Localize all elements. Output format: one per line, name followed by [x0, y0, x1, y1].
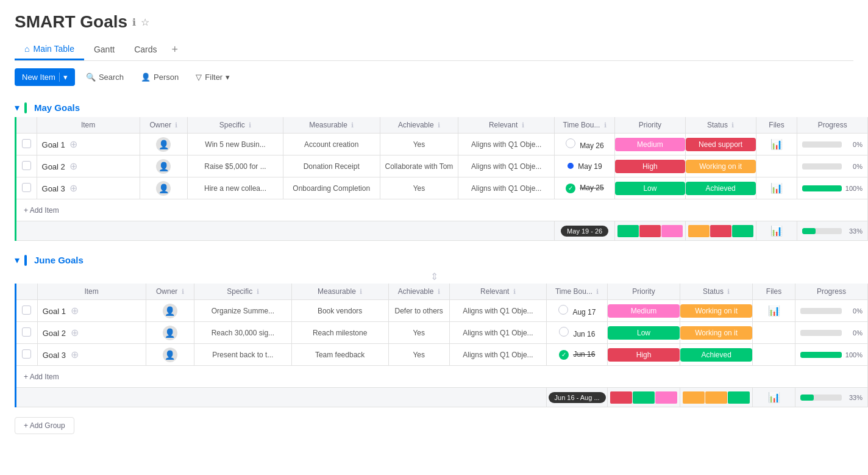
june-row3-specific[interactable]: Present back to t...	[194, 344, 291, 366]
may-row1-add-owner[interactable]: ⊕	[69, 138, 77, 150]
june-row2-measurable[interactable]: Reach milestone	[291, 322, 388, 344]
june-group-toggle[interactable]: ▾	[15, 254, 20, 266]
june-row1-priority[interactable]: Medium	[607, 300, 680, 322]
may-row3-priority[interactable]: Low	[615, 177, 685, 199]
june-add-item-cell[interactable]: + Add Item	[16, 366, 868, 388]
may-row3-files[interactable]: 📊	[756, 177, 797, 199]
may-group-title[interactable]: May Goals	[34, 102, 80, 113]
may-row2-add-owner[interactable]: ⊕	[69, 160, 77, 172]
resize-handle[interactable]: ⇕	[430, 271, 438, 282]
june-row2-owner[interactable]: 👤	[146, 322, 194, 344]
june-row1-status[interactable]: Working on it	[680, 300, 753, 322]
june-row3-status[interactable]: Achieved	[680, 344, 753, 366]
june-measurable-info-icon[interactable]: ℹ	[360, 288, 362, 295]
may-row1-priority[interactable]: Medium	[615, 134, 685, 155]
june-row2-files[interactable]	[753, 322, 795, 344]
tab-gantt[interactable]: Gantt	[84, 40, 124, 60]
june-row3-measurable[interactable]: Team feedback	[291, 344, 388, 366]
may-row3-achievable[interactable]: Yes	[380, 177, 458, 199]
june-status-info-icon[interactable]: ℹ	[727, 288, 730, 295]
measurable-info-icon[interactable]: ℹ	[351, 121, 354, 129]
may-row2-timebound[interactable]: May 19	[555, 155, 615, 177]
june-row2-priority[interactable]: Low	[607, 322, 680, 344]
june-row1-owner[interactable]: 👤	[146, 300, 194, 322]
may-row1-relevant[interactable]: Aligns with Q1 Obje...	[458, 134, 555, 155]
relevant-info-icon[interactable]: ℹ	[522, 121, 524, 129]
june-timebound-info-icon[interactable]: ℹ	[596, 288, 599, 295]
june-row1-item[interactable]: Goal 1 ⊕	[37, 300, 146, 322]
may-row3-relevant[interactable]: Aligns with Q1 Obje...	[458, 177, 555, 199]
june-row2-add-owner[interactable]: ⊕	[71, 327, 79, 338]
may-row1-files[interactable]: 📊	[756, 134, 797, 155]
june-row3-achievable[interactable]: Yes	[388, 344, 449, 366]
info-icon[interactable]: ℹ	[132, 16, 136, 28]
add-group-button[interactable]: + Add Group	[15, 417, 74, 434]
may-add-item-row[interactable]: + Add Item	[16, 199, 868, 221]
may-row1-owner[interactable]: 👤	[140, 134, 188, 155]
search-button[interactable]: 🔍 Search	[80, 69, 130, 85]
filter-button[interactable]: ▽ Filter ▾	[190, 69, 236, 85]
june-row1-files[interactable]: 📊	[753, 300, 795, 322]
june-add-item-row[interactable]: + Add Item	[16, 366, 868, 388]
new-item-button[interactable]: New Item ▾	[15, 68, 75, 86]
june-row1-relevant[interactable]: Aligns with Q1 Obje...	[449, 300, 547, 322]
may-row2-item[interactable]: Goal 2 ⊕	[37, 155, 140, 177]
june-row3-timebound[interactable]: ✓ Jun 16	[547, 344, 608, 366]
may-group-toggle[interactable]: ▾	[15, 102, 20, 113]
may-row1-measurable[interactable]: Account creation	[283, 134, 380, 155]
june-row1-checkbox[interactable]	[16, 300, 38, 322]
june-row2-achievable[interactable]: Yes	[388, 322, 449, 344]
may-row1-timebound[interactable]: May 26	[555, 134, 615, 155]
may-row2-owner[interactable]: 👤	[140, 155, 188, 177]
june-row2-timebound[interactable]: Jun 16	[547, 322, 608, 344]
add-tab-button[interactable]: +	[167, 41, 183, 59]
may-row2-status[interactable]: Working on it	[685, 155, 756, 177]
june-achievable-info-icon[interactable]: ℹ	[438, 288, 440, 295]
june-owner-info-icon[interactable]: ℹ	[182, 288, 184, 295]
june-row1-add-owner[interactable]: ⊕	[71, 305, 79, 316]
may-row3-timebound[interactable]: ✓ May 25	[555, 177, 615, 199]
may-row1-item[interactable]: Goal 1 ⊕	[37, 134, 140, 155]
person-button[interactable]: 👤 Person	[135, 69, 185, 85]
june-row2-item[interactable]: Goal 2 ⊕	[37, 322, 146, 344]
june-row3-checkbox[interactable]	[16, 344, 38, 366]
tab-main-table[interactable]: ⌂ Main Table	[15, 39, 84, 60]
june-row3-priority[interactable]: High	[607, 344, 680, 366]
june-row2-relevant[interactable]: Aligns with Q1 Obje...	[449, 322, 547, 344]
tab-cards[interactable]: Cards	[124, 40, 166, 60]
may-row2-measurable[interactable]: Donation Receipt	[283, 155, 380, 177]
may-row3-specific[interactable]: Hire a new collea...	[188, 177, 283, 199]
owner-info-icon[interactable]: ℹ	[175, 121, 177, 129]
may-add-item-cell[interactable]: + Add Item	[16, 199, 868, 221]
june-row1-timebound[interactable]: Aug 17	[547, 300, 608, 322]
june-row2-specific[interactable]: Reach 30,000 sig...	[194, 322, 291, 344]
may-row2-checkbox[interactable]	[16, 155, 37, 177]
may-row1-checkbox[interactable]	[16, 134, 37, 155]
may-row2-priority[interactable]: High	[615, 155, 685, 177]
june-row3-item[interactable]: Goal 3 ⊕	[37, 344, 146, 366]
may-row3-status[interactable]: Achieved	[685, 177, 756, 199]
may-row3-owner[interactable]: 👤	[140, 177, 188, 199]
june-specific-info-icon[interactable]: ℹ	[257, 288, 259, 295]
june-relevant-info-icon[interactable]: ℹ	[513, 288, 516, 295]
may-row3-measurable[interactable]: Onboarding Completion	[283, 177, 380, 199]
new-item-dropdown-arrow[interactable]: ▾	[59, 73, 68, 82]
may-row2-files[interactable]	[756, 155, 797, 177]
may-row2-achievable[interactable]: Collaborate with Tom	[380, 155, 458, 177]
june-row2-status[interactable]: Working on it	[680, 322, 753, 344]
may-row2-specific[interactable]: Raise $5,000 for ...	[188, 155, 283, 177]
may-row2-relevant[interactable]: Aligns with Q1 Obje...	[458, 155, 555, 177]
may-row3-add-owner[interactable]: ⊕	[69, 182, 77, 194]
june-row3-add-owner[interactable]: ⊕	[71, 349, 79, 360]
june-row3-owner[interactable]: 👤	[146, 344, 194, 366]
status-info-icon[interactable]: ℹ	[731, 121, 734, 129]
june-row1-measurable[interactable]: Book vendors	[291, 300, 388, 322]
may-row1-status[interactable]: Need support	[685, 134, 756, 155]
june-row3-relevant[interactable]: Aligns with Q1 Obje...	[449, 344, 547, 366]
may-row1-specific[interactable]: Win 5 new Busin...	[188, 134, 283, 155]
star-icon[interactable]: ☆	[141, 16, 149, 28]
may-row1-achievable[interactable]: Yes	[380, 134, 458, 155]
timebound-info-icon[interactable]: ℹ	[604, 121, 607, 129]
may-row3-item[interactable]: Goal 3 ⊕	[37, 177, 140, 199]
june-row1-achievable[interactable]: Defer to others	[388, 300, 449, 322]
